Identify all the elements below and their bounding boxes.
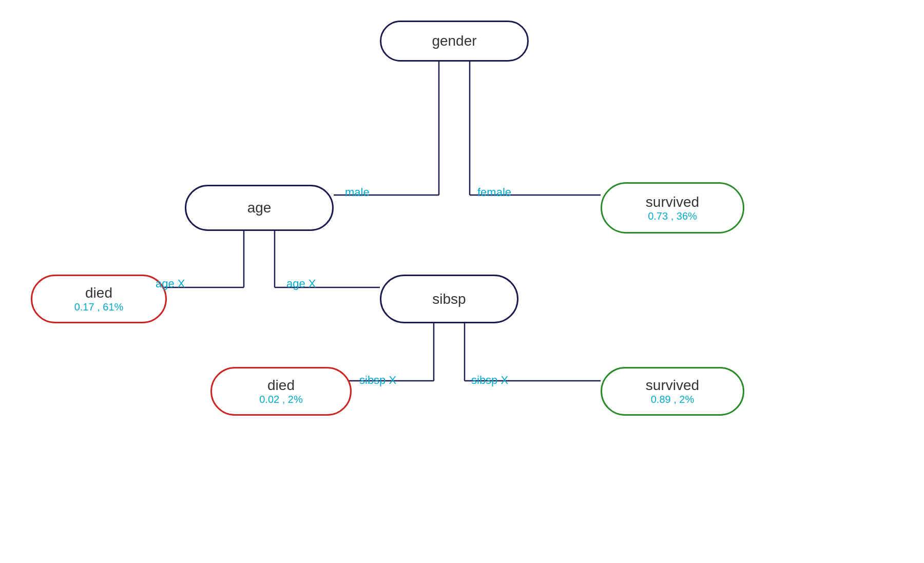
age-label: age: [247, 200, 272, 216]
node-sibsp: sibsp: [380, 275, 518, 323]
survived-sibsp-label: survived: [646, 377, 699, 394]
died-sibsp-label: died: [267, 377, 295, 394]
label-sibsp-x-left: sibsp X: [359, 374, 396, 387]
sibsp-label: sibsp: [432, 291, 466, 307]
died-age-label: died: [85, 285, 112, 301]
died-sibsp-sub: 0.02 , 2%: [259, 394, 303, 405]
survived-sibsp-sub: 0.89 , 2%: [651, 394, 695, 405]
label-male: male: [345, 186, 370, 199]
label-female: female: [477, 186, 511, 199]
node-died-age: died 0.17 , 61%: [31, 275, 167, 323]
node-died-sibsp: died 0.02 , 2%: [210, 367, 352, 416]
node-age: age: [185, 185, 334, 231]
node-gender: gender: [380, 21, 529, 62]
label-sibsp-x-right: sibsp X: [471, 374, 508, 387]
survived-female-label: survived: [646, 194, 699, 210]
died-age-sub: 0.17 , 61%: [74, 301, 124, 313]
label-age-x-left: age X: [156, 277, 185, 290]
label-age-x-right: age X: [286, 277, 316, 290]
node-survived-sibsp: survived 0.89 , 2%: [601, 367, 744, 416]
node-survived-female: survived 0.73 , 36%: [601, 182, 744, 234]
survived-female-sub: 0.73 , 36%: [648, 210, 697, 222]
gender-label: gender: [432, 33, 476, 49]
diagram-canvas: gender age survived 0.73 , 36% died 0.17…: [0, 0, 924, 563]
